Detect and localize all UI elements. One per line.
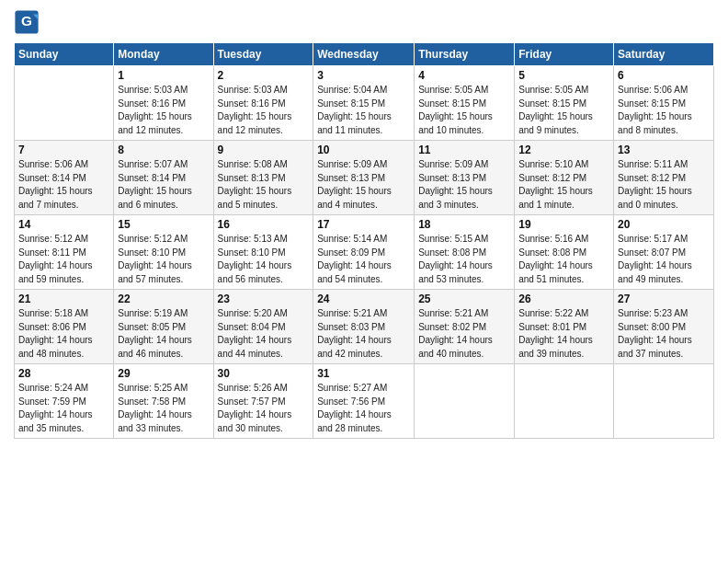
day-info: Sunrise: 5:09 AM Sunset: 8:13 PM Dayligh… — [418, 158, 510, 212]
day-cell: 8Sunrise: 5:07 AM Sunset: 8:14 PM Daylig… — [114, 141, 213, 215]
day-info: Sunrise: 5:05 AM Sunset: 8:15 PM Dayligh… — [518, 84, 609, 137]
day-info: Sunrise: 5:11 AM Sunset: 8:12 PM Dayligh… — [618, 158, 710, 212]
day-cell: 3Sunrise: 5:04 AM Sunset: 8:15 PM Daylig… — [313, 66, 415, 141]
day-info: Sunrise: 5:18 AM Sunset: 8:06 PM Dayligh… — [18, 307, 109, 361]
day-number: 10 — [317, 144, 410, 156]
day-info: Sunrise: 5:15 AM Sunset: 8:08 PM Dayligh… — [418, 233, 510, 286]
day-number: 29 — [118, 367, 209, 380]
day-cell: 20Sunrise: 5:17 AM Sunset: 8:07 PM Dayli… — [614, 215, 714, 290]
day-number: 31 — [317, 367, 410, 380]
day-info: Sunrise: 5:22 AM Sunset: 8:01 PM Dayligh… — [518, 307, 609, 361]
day-cell: 13Sunrise: 5:11 AM Sunset: 8:12 PM Dayli… — [614, 141, 714, 215]
day-cell: 10Sunrise: 5:09 AM Sunset: 8:13 PM Dayli… — [313, 141, 415, 215]
calendar-body: 1Sunrise: 5:03 AM Sunset: 8:16 PM Daylig… — [15, 66, 714, 439]
page-container: G SundayMondayTuesdayWednesdayThursdayFr… — [0, 0, 728, 448]
day-info: Sunrise: 5:14 AM Sunset: 8:09 PM Dayligh… — [317, 233, 410, 286]
day-info: Sunrise: 5:17 AM Sunset: 8:07 PM Dayligh… — [618, 233, 710, 286]
day-cell: 11Sunrise: 5:09 AM Sunset: 8:13 PM Dayli… — [415, 141, 515, 215]
day-info: Sunrise: 5:19 AM Sunset: 8:05 PM Dayligh… — [118, 307, 209, 361]
day-cell: 12Sunrise: 5:10 AM Sunset: 8:12 PM Dayli… — [515, 141, 614, 215]
day-cell: 28Sunrise: 5:24 AM Sunset: 7:59 PM Dayli… — [15, 364, 114, 439]
column-header-wednesday: Wednesday — [313, 43, 415, 66]
day-number: 12 — [518, 144, 609, 156]
page-header: G — [14, 9, 714, 35]
day-info: Sunrise: 5:03 AM Sunset: 8:16 PM Dayligh… — [218, 84, 310, 137]
day-info: Sunrise: 5:21 AM Sunset: 8:03 PM Dayligh… — [317, 307, 410, 361]
day-info: Sunrise: 5:04 AM Sunset: 8:15 PM Dayligh… — [317, 84, 410, 137]
day-number: 18 — [418, 218, 510, 231]
week-row-2: 7Sunrise: 5:06 AM Sunset: 8:14 PM Daylig… — [15, 141, 714, 215]
day-number: 23 — [218, 293, 310, 305]
day-cell: 14Sunrise: 5:12 AM Sunset: 8:11 PM Dayli… — [15, 215, 114, 290]
day-info: Sunrise: 5:13 AM Sunset: 8:10 PM Dayligh… — [218, 233, 310, 286]
week-row-5: 28Sunrise: 5:24 AM Sunset: 7:59 PM Dayli… — [15, 364, 714, 439]
day-cell: 26Sunrise: 5:22 AM Sunset: 8:01 PM Dayli… — [515, 290, 614, 364]
day-cell: 4Sunrise: 5:05 AM Sunset: 8:15 PM Daylig… — [415, 66, 515, 141]
calendar-table: SundayMondayTuesdayWednesdayThursdayFrid… — [14, 42, 714, 439]
day-cell: 9Sunrise: 5:08 AM Sunset: 8:13 PM Daylig… — [213, 141, 313, 215]
day-info: Sunrise: 5:24 AM Sunset: 7:59 PM Dayligh… — [18, 382, 109, 435]
day-number: 17 — [317, 218, 410, 231]
day-info: Sunrise: 5:12 AM Sunset: 8:11 PM Dayligh… — [18, 233, 109, 286]
day-cell: 18Sunrise: 5:15 AM Sunset: 8:08 PM Dayli… — [415, 215, 515, 290]
day-cell: 19Sunrise: 5:16 AM Sunset: 8:08 PM Dayli… — [515, 215, 614, 290]
day-cell: 1Sunrise: 5:03 AM Sunset: 8:16 PM Daylig… — [114, 66, 213, 141]
day-number: 22 — [118, 293, 209, 305]
day-number: 19 — [518, 218, 609, 231]
day-number: 20 — [618, 218, 710, 231]
day-info: Sunrise: 5:08 AM Sunset: 8:13 PM Dayligh… — [218, 158, 310, 212]
day-cell — [515, 364, 614, 439]
day-number: 6 — [618, 69, 710, 82]
day-number: 8 — [118, 144, 209, 156]
day-info: Sunrise: 5:09 AM Sunset: 8:13 PM Dayligh… — [317, 158, 410, 212]
day-number: 7 — [18, 144, 109, 156]
day-info: Sunrise: 5:23 AM Sunset: 8:00 PM Dayligh… — [618, 307, 710, 361]
day-number: 2 — [218, 69, 310, 82]
column-header-tuesday: Tuesday — [213, 43, 313, 66]
day-info: Sunrise: 5:27 AM Sunset: 7:56 PM Dayligh… — [317, 382, 410, 435]
day-info: Sunrise: 5:21 AM Sunset: 8:02 PM Dayligh… — [418, 307, 510, 361]
day-info: Sunrise: 5:07 AM Sunset: 8:14 PM Dayligh… — [118, 158, 209, 212]
week-row-3: 14Sunrise: 5:12 AM Sunset: 8:11 PM Dayli… — [15, 215, 714, 290]
day-cell: 7Sunrise: 5:06 AM Sunset: 8:14 PM Daylig… — [15, 141, 114, 215]
day-info: Sunrise: 5:10 AM Sunset: 8:12 PM Dayligh… — [518, 158, 609, 212]
day-number: 4 — [418, 69, 510, 82]
day-cell: 31Sunrise: 5:27 AM Sunset: 7:56 PM Dayli… — [313, 364, 415, 439]
column-header-thursday: Thursday — [415, 43, 515, 66]
week-row-1: 1Sunrise: 5:03 AM Sunset: 8:16 PM Daylig… — [15, 66, 714, 141]
day-cell — [614, 364, 714, 439]
day-cell: 6Sunrise: 5:06 AM Sunset: 8:15 PM Daylig… — [614, 66, 714, 141]
svg-text:G: G — [21, 13, 32, 29]
day-number: 3 — [317, 69, 410, 82]
day-cell: 23Sunrise: 5:20 AM Sunset: 8:04 PM Dayli… — [213, 290, 313, 364]
day-number: 25 — [418, 293, 510, 305]
day-number: 9 — [218, 144, 310, 156]
day-number: 11 — [418, 144, 510, 156]
calendar-header-row: SundayMondayTuesdayWednesdayThursdayFrid… — [15, 43, 714, 66]
day-cell: 24Sunrise: 5:21 AM Sunset: 8:03 PM Dayli… — [313, 290, 415, 364]
day-cell: 21Sunrise: 5:18 AM Sunset: 8:06 PM Dayli… — [15, 290, 114, 364]
day-cell — [415, 364, 515, 439]
day-number: 13 — [618, 144, 710, 156]
day-number: 28 — [18, 367, 109, 380]
day-cell — [15, 66, 114, 141]
day-info: Sunrise: 5:12 AM Sunset: 8:10 PM Dayligh… — [118, 233, 209, 286]
column-header-sunday: Sunday — [15, 43, 114, 66]
day-number: 21 — [18, 293, 109, 305]
day-number: 27 — [618, 293, 710, 305]
day-cell: 30Sunrise: 5:26 AM Sunset: 7:57 PM Dayli… — [213, 364, 313, 439]
day-cell: 29Sunrise: 5:25 AM Sunset: 7:58 PM Dayli… — [114, 364, 213, 439]
day-info: Sunrise: 5:25 AM Sunset: 7:58 PM Dayligh… — [118, 382, 209, 435]
day-number: 16 — [218, 218, 310, 231]
column-header-saturday: Saturday — [614, 43, 714, 66]
day-info: Sunrise: 5:20 AM Sunset: 8:04 PM Dayligh… — [218, 307, 310, 361]
day-number: 24 — [317, 293, 410, 305]
logo: G — [14, 9, 43, 35]
day-cell: 2Sunrise: 5:03 AM Sunset: 8:16 PM Daylig… — [213, 66, 313, 141]
day-cell: 16Sunrise: 5:13 AM Sunset: 8:10 PM Dayli… — [213, 215, 313, 290]
week-row-4: 21Sunrise: 5:18 AM Sunset: 8:06 PM Dayli… — [15, 290, 714, 364]
day-info: Sunrise: 5:16 AM Sunset: 8:08 PM Dayligh… — [518, 233, 609, 286]
day-number: 14 — [18, 218, 109, 231]
logo-icon: G — [14, 9, 40, 35]
day-info: Sunrise: 5:06 AM Sunset: 8:14 PM Dayligh… — [18, 158, 109, 212]
